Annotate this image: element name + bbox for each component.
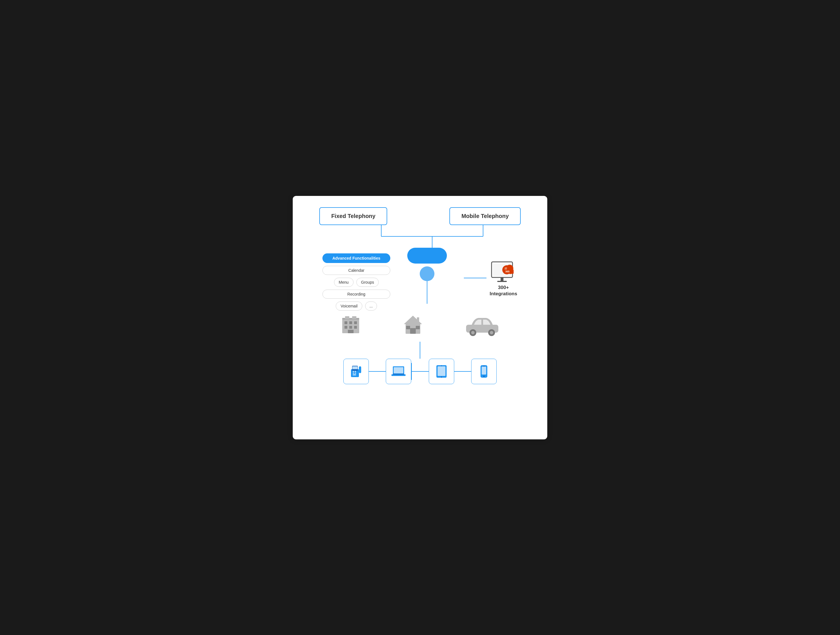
svg-rect-14	[505, 268, 506, 269]
svg-rect-42	[359, 366, 361, 373]
pill-menu[interactable]: Menu	[334, 278, 354, 287]
device-deskphone	[343, 359, 369, 384]
svg-rect-32	[406, 326, 410, 329]
device-laptop	[386, 359, 411, 384]
connector-svg	[304, 225, 536, 248]
left-panel: Advanced Functionalities Calendar Menu G…	[322, 253, 390, 310]
device-mobile	[471, 359, 497, 384]
building-icon	[339, 314, 362, 336]
top-connector	[304, 225, 536, 248]
svg-rect-50	[394, 367, 403, 374]
pill-row-recording: Recording	[322, 290, 390, 299]
svg-rect-26	[342, 318, 359, 320]
svg-rect-20	[349, 321, 352, 324]
svg-rect-15	[506, 268, 507, 269]
car-icon-wrap	[464, 314, 501, 336]
deskphone-icon	[349, 364, 363, 379]
house-icon	[402, 314, 424, 336]
top-boxes: Fixed Telephony Mobile Telephony	[304, 207, 536, 225]
integration-icon-wrap: 365 300+ Integrations	[489, 259, 518, 297]
svg-rect-22	[344, 326, 347, 329]
connector-3	[454, 371, 471, 372]
integration-label: 300+ Integrations	[489, 285, 517, 297]
pill-voicemail[interactable]: Voicemail	[336, 301, 362, 310]
environment-row	[304, 314, 536, 336]
mobile-icon	[479, 364, 489, 379]
svg-rect-21	[354, 321, 357, 324]
integration-row: 365 300+ Integrations	[464, 259, 518, 297]
pill-calendar[interactable]: Calendar	[322, 266, 390, 275]
middle-section: Advanced Functionalities Calendar Menu G…	[304, 248, 536, 310]
svg-rect-31	[410, 328, 416, 334]
center-capsule	[407, 248, 447, 264]
svg-rect-60	[483, 366, 485, 366]
pill-row-menu-groups: Menu Groups	[322, 278, 390, 287]
svg-marker-29	[404, 316, 422, 324]
pill-recording[interactable]: Recording	[322, 290, 390, 299]
horizontal-connector-right	[464, 278, 486, 278]
svg-rect-7	[497, 281, 507, 282]
svg-point-59	[483, 375, 485, 377]
svg-rect-43	[353, 371, 354, 372]
vertical-line-mid	[427, 281, 427, 304]
svg-rect-27	[345, 316, 349, 319]
svg-rect-16	[505, 269, 506, 270]
pill-row-calendar: Calendar	[322, 266, 390, 275]
fixed-telephony-label: Fixed Telephony	[331, 213, 375, 219]
svg-rect-24	[354, 326, 357, 329]
center-column	[407, 248, 447, 304]
device-row	[343, 359, 497, 384]
fixed-telephony-box: Fixed Telephony	[319, 207, 387, 225]
diagram-container: Fixed Telephony Mobile Telephony Advance…	[293, 196, 547, 439]
svg-rect-45	[353, 372, 354, 374]
right-panel: 365 300+ Integrations	[464, 259, 518, 297]
vertical-line-bottom	[420, 342, 420, 359]
svg-rect-48	[352, 366, 357, 369]
house-icon-wrap	[402, 314, 424, 336]
advanced-functionalities-button[interactable]: Advanced Functionalities	[322, 253, 390, 263]
laptop-icon	[391, 364, 406, 379]
svg-text:365: 365	[505, 270, 509, 273]
svg-rect-25	[348, 330, 354, 333]
svg-rect-23	[349, 326, 352, 329]
svg-point-56	[441, 365, 442, 366]
svg-rect-33	[416, 326, 420, 329]
car-icon	[464, 314, 501, 336]
connector-2	[412, 371, 429, 372]
svg-rect-6	[501, 277, 504, 281]
center-circle	[420, 266, 434, 281]
svg-rect-46	[355, 372, 356, 374]
device-section	[304, 342, 536, 384]
svg-rect-28	[352, 316, 356, 319]
svg-point-39	[490, 331, 493, 334]
pill-more[interactable]: ...	[365, 301, 377, 310]
mobile-telephony-box: Mobile Telephony	[449, 207, 520, 225]
building-icon-wrap	[339, 314, 362, 336]
vertical-device-connector	[411, 363, 412, 380]
pill-groups[interactable]: Groups	[356, 278, 379, 287]
office365-icon: 365	[489, 259, 518, 285]
svg-rect-52	[393, 374, 404, 375]
tablet-icon	[435, 364, 448, 379]
svg-rect-54	[437, 366, 445, 376]
pill-row-voicemail-dots: Voicemail ...	[322, 301, 390, 310]
svg-point-37	[471, 331, 475, 334]
svg-rect-44	[355, 371, 356, 372]
device-tablet	[429, 359, 454, 384]
svg-rect-34	[417, 317, 419, 323]
svg-rect-19	[344, 321, 347, 324]
connector-1	[369, 371, 386, 372]
svg-rect-17	[506, 269, 507, 270]
svg-point-55	[441, 377, 442, 378]
svg-rect-58	[482, 367, 486, 375]
svg-rect-47	[353, 374, 356, 375]
mobile-telephony-label: Mobile Telephony	[461, 213, 508, 219]
